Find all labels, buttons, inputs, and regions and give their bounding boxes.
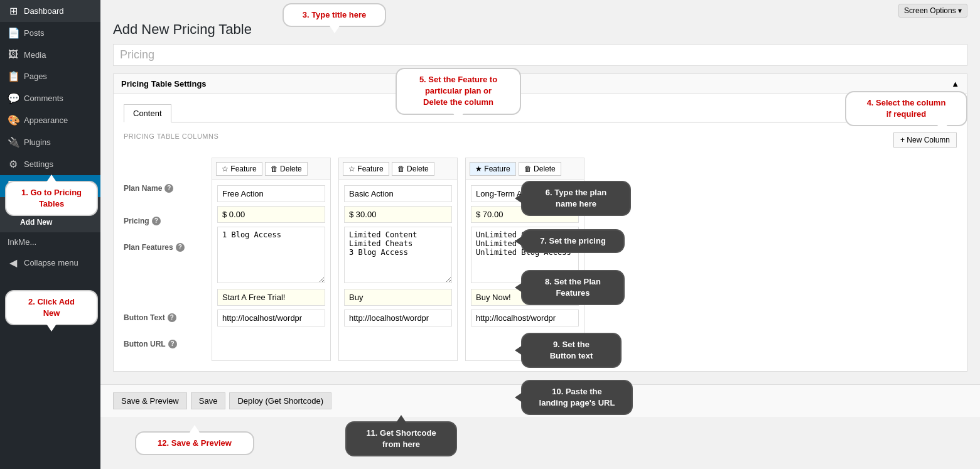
row-labels: Plan Name ? Pricing ? Plan Features ? Bu… [124,153,212,361]
comments-icon: 💬 [8,92,19,104]
main-content: Screen Options ▾ Add New Pricing Table P… [100,0,980,469]
col-body-2: UnLimited Content UnLimited Cheats Unlim… [466,180,584,335]
collapse-icon: ◀ [8,257,19,269]
plan-name-input-0[interactable] [217,185,325,202]
screen-options-button[interactable]: Screen Options ▾ [898,4,967,18]
sidebar-item-pages[interactable]: 📋 Pages [0,65,100,87]
pricing-settings-panel: Pricing Table Settings ▲ Content + New C… [113,73,967,372]
callout-go-to-pricing: 1. Go to PricingTables [5,181,98,216]
sidebar-sub-add-new[interactable]: Add New [13,215,100,230]
pricing-input-2[interactable] [471,206,579,223]
button-url-input-0[interactable] [217,310,325,326]
pages-icon: 📋 [8,70,19,82]
pricing-columns-container: ☆ Feature 🗑 Delete 1 Blog Access ☆ Featu… [212,158,584,361]
collapse-label: Collapse menu [24,258,78,267]
sidebar-label-plugins: Plugins [24,137,51,147]
button-url-input-1[interactable] [344,310,452,326]
label-button-text: Button Text ? [124,308,212,335]
sidebar-item-media[interactable]: 🖼 Media [0,44,100,65]
button-text-input-2[interactable] [471,289,579,306]
pricing-column-1: ☆ Feature 🗑 Delete Limited Content Limit… [338,158,458,361]
footer-buttons: Save & Preview Save Deploy (Get Shortcod… [100,384,980,417]
label-plan-name: Plan Name ? [124,179,212,210]
col-body-1: Limited Content Limited Cheats 3 Blog Ac… [339,180,457,335]
sidebar-label-pages: Pages [24,72,47,81]
delete-btn-2[interactable]: 🗑 Delete [519,162,561,176]
col-actions-0: ☆ Feature 🗑 Delete [212,158,330,180]
button-text-input-1[interactable] [344,289,452,306]
sidebar: ⊞ Dashboard 📄 Posts 🖼 Media 📋 Pages 💬 Co… [0,0,100,469]
sidebar-item-inkme[interactable]: InkMe... [0,232,100,252]
sidebar-label-appearance: Appearance [24,116,68,125]
pricing-form: Plan Name ? Pricing ? Plan Features ? Bu… [124,153,957,361]
feature-btn-0[interactable]: ☆ Feature [216,162,262,176]
help-button-text: ? [168,313,176,322]
label-button-url: Button URL ? [124,335,212,361]
posts-icon: 📄 [8,27,19,39]
tabs: Content [124,104,957,122]
columns-label: PRICING TABLE COLUMNS [124,132,957,140]
label-pricing: Pricing ? [124,212,212,238]
help-plan-name: ? [164,184,173,193]
sidebar-label-settings: Settings [24,159,53,169]
plugins-icon: 🔌 [8,136,19,148]
page-title-input[interactable] [113,44,967,66]
panel-body: Content + New Column PRICING TABLE COLUM… [114,94,967,371]
sidebar-item-plugins[interactable]: 🔌 Plugins [0,131,100,153]
feature-btn-1[interactable]: ☆ Feature [343,162,389,176]
top-bar: Screen Options ▾ [100,0,980,21]
pricing-column-2: ★ Feature 🗑 Delete UnLimited Content UnL… [465,158,584,361]
deploy-button[interactable]: Deploy (Get Shortcode) [229,392,331,409]
media-icon: 🖼 [8,49,19,60]
inkme-label: InkMe... [8,237,36,247]
sidebar-item-posts[interactable]: 📄 Posts [0,22,100,44]
tab-content[interactable]: Content [124,104,171,122]
dashboard-icon: ⊞ [8,5,19,17]
delete-btn-1[interactable]: 🗑 Delete [392,162,434,176]
columns-toolbar: + New Column PRICING TABLE COLUMNS [124,132,957,153]
pricing-column-0: ☆ Feature 🗑 Delete 1 Blog Access [212,158,331,361]
sidebar-item-appearance[interactable]: 🎨 Appearance [0,109,100,131]
sidebar-label-dashboard: Dashboard [24,6,64,16]
callout-shortcode: 11. Get Shortcodefrom here [345,421,457,456]
features-textarea-2[interactable]: UnLimited Content UnLimited Cheats Unlim… [471,227,579,283]
page-title: Add New Pricing Table [100,21,980,44]
plan-name-input-1[interactable] [344,185,452,202]
callout-click-add-new: 2. Click AddNew [5,290,98,325]
pricing-input-1[interactable] [344,206,452,223]
panel-collapse-icon: ▲ [951,79,959,89]
button-url-input-2[interactable] [471,310,579,326]
callout-save-preview: 12. Save & Preview [135,431,254,455]
sidebar-item-settings[interactable]: ⚙ Settings [0,153,100,175]
col-actions-1: ☆ Feature 🗑 Delete [339,158,457,180]
help-pricing: ? [152,217,161,225]
new-column-button[interactable]: + New Column [893,132,957,148]
save-preview-button[interactable]: Save & Preview [113,392,187,409]
sidebar-item-dashboard[interactable]: ⊞ Dashboard [0,0,100,22]
panel-title: Pricing Table Settings [121,79,207,89]
save-button[interactable]: Save [191,392,226,409]
help-button-url: ? [168,340,177,348]
sidebar-label-media: Media [24,50,46,60]
col-body-0: 1 Blog Access [212,180,330,335]
sidebar-label-posts: Posts [24,28,45,38]
panel-header: Pricing Table Settings ▲ [114,74,967,94]
label-plan-features: Plan Features ? [124,238,212,308]
button-text-input-0[interactable] [217,289,325,306]
sidebar-label-comments: Comments [24,94,63,103]
col-actions-2: ★ Feature 🗑 Delete [466,158,584,180]
delete-btn-0[interactable]: 🗑 Delete [265,162,308,176]
title-input-wrapper [100,44,980,73]
features-textarea-1[interactable]: Limited Content Limited Cheats 3 Blog Ac… [344,227,452,283]
feature-btn-2[interactable]: ★ Feature [470,162,516,176]
pricing-input-0[interactable] [217,206,325,223]
features-textarea-0[interactable]: 1 Blog Access [217,227,325,283]
sidebar-item-comments[interactable]: 💬 Comments [0,87,100,109]
help-features: ? [176,243,185,252]
sidebar-item-collapse[interactable]: ◀ Collapse menu [0,252,100,274]
settings-icon: ⚙ [8,158,19,170]
appearance-icon: 🎨 [8,114,19,126]
plan-name-input-2[interactable] [471,185,579,202]
